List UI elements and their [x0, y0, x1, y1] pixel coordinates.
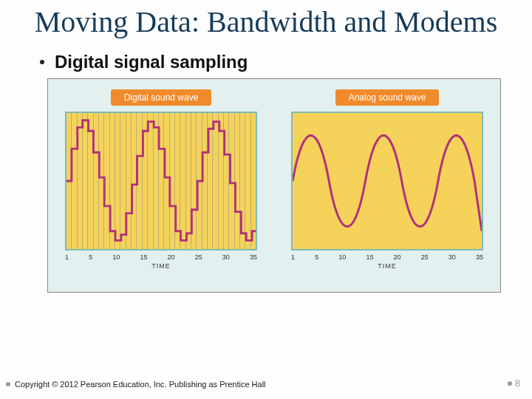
xlabel-analog: TIME: [378, 262, 397, 270]
page-number: 8: [508, 378, 520, 389]
tick: 10: [112, 253, 120, 261]
tick: 25: [195, 253, 202, 261]
tick: 20: [168, 253, 175, 261]
tick: 1: [65, 253, 69, 261]
panel-digital: Digital sound wave 1 5 10 15 20 25 30 35…: [48, 79, 274, 292]
tick: 5: [89, 253, 92, 261]
bullet-icon: [508, 381, 512, 386]
xaxis-digital: 1 5 10 15 20 25 30 35: [65, 253, 257, 261]
plot-digital: [65, 112, 257, 250]
tick: 1: [291, 253, 295, 261]
tick: 30: [449, 253, 456, 261]
panel-label-digital: Digital sound wave: [111, 89, 212, 106]
xaxis-analog: 1 5 10 15 20 25 30 35: [291, 253, 483, 261]
analog-wave: [293, 113, 482, 249]
tick: 20: [394, 253, 401, 261]
tick: 25: [421, 253, 429, 261]
bullet-item: Digital signal sampling: [40, 52, 532, 72]
bullet-icon: [40, 60, 44, 64]
tick: 30: [222, 253, 230, 261]
figure-container: Digital sound wave 1 5 10 15 20 25 30 35…: [47, 78, 501, 293]
tick: 35: [476, 253, 483, 261]
copyright-footer: Copyright © 2012 Pearson Education, Inc.…: [6, 380, 266, 389]
bullet-icon: [6, 382, 10, 386]
tick: 5: [315, 253, 318, 261]
copyright-text: Copyright © 2012 Pearson Education, Inc.…: [15, 380, 266, 389]
bullet-text: Digital signal sampling: [55, 52, 248, 72]
tick: 10: [338, 253, 346, 261]
tick: 15: [140, 253, 147, 261]
plot-analog: [291, 112, 483, 250]
tick: 15: [366, 253, 373, 261]
digital-wave: [66, 113, 256, 249]
tick: 35: [250, 253, 257, 261]
panel-label-analog: Analog sound wave: [335, 89, 440, 106]
panel-analog: Analog sound wave 1 5 10 15 20 25 30 35 …: [274, 79, 500, 292]
page-number-text: 8: [515, 378, 520, 389]
page-title: Moving Data: Bandwidth and Modems: [0, 0, 532, 38]
xlabel-digital: TIME: [151, 262, 171, 270]
